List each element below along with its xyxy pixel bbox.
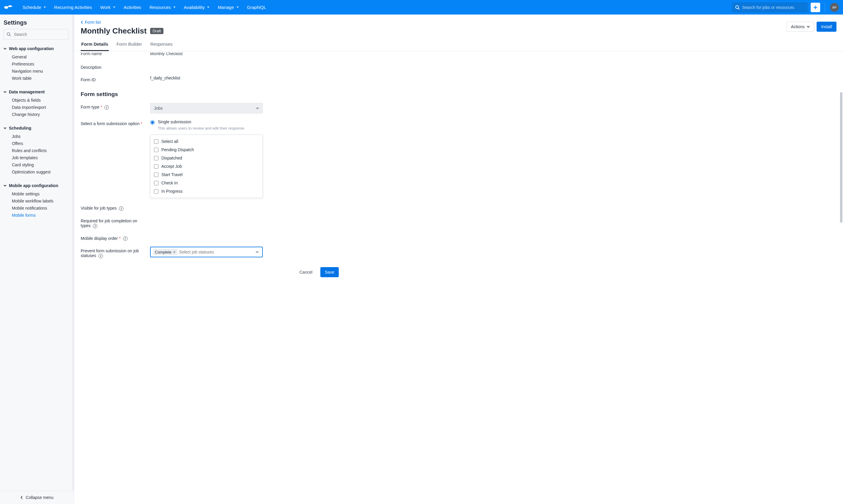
radio-input[interactable] [150, 120, 155, 125]
install-button[interactable]: Install [816, 22, 837, 32]
mobile-display-order-label: Mobile display order * i [81, 234, 144, 241]
checkbox-input[interactable] [154, 156, 158, 160]
settings-sidebar: Settings Web app configurationGeneralPre… [0, 15, 74, 504]
svg-line-3 [738, 8, 739, 10]
cancel-button[interactable]: Cancel [295, 267, 317, 277]
form-type-label: Form type * i [81, 103, 144, 110]
chevron-down-icon [43, 6, 46, 8]
info-icon[interactable]: i [104, 105, 109, 110]
checkbox-input[interactable] [154, 173, 158, 177]
prevent-submission-label: Prevent form submission on job statuses … [81, 247, 144, 258]
global-search[interactable] [732, 2, 808, 13]
form-settings-heading: Form settings [81, 85, 342, 100]
top-navigation: ScheduleRecurring ActivitiesWorkActiviti… [0, 0, 843, 15]
status-option-dispatched[interactable]: Dispatched [154, 154, 259, 162]
sidebar-item-mobile-notifications[interactable]: Mobile notifications [12, 204, 69, 212]
svg-point-1 [8, 5, 12, 7]
info-icon[interactable]: i [119, 206, 123, 211]
form-id-label: Form ID [81, 76, 144, 82]
status-option-accept-job[interactable]: Accept Job [154, 162, 259, 170]
global-search-input[interactable] [742, 5, 805, 10]
nav-item-resources[interactable]: Resources [145, 5, 180, 10]
nav-item-availability[interactable]: Availability [180, 5, 214, 10]
checkbox-input[interactable] [154, 189, 158, 194]
form-name-value: Monthly Checklist [150, 53, 183, 56]
sidebar-item-preferences[interactable]: Preferences [12, 60, 69, 68]
chevron-down-icon [3, 48, 6, 50]
sidebar-item-rules-and-conflicts[interactable]: Rules and conflicts [12, 147, 69, 154]
sidebar-item-optimization-suggest[interactable]: Optimization suggest [12, 168, 69, 176]
form-type-select[interactable]: Jobs [150, 103, 263, 113]
tab-form-builder[interactable]: Form Builder [116, 38, 143, 51]
nav-item-work[interactable]: Work [96, 5, 120, 10]
submission-help-text: This allows users to review and edit the… [158, 126, 263, 130]
sidebar-item-mobile-settings[interactable]: Mobile settings [12, 190, 69, 197]
sidebar-item-card-styling[interactable]: Card styling [12, 161, 69, 168]
chevron-down-icon [807, 26, 810, 28]
tab-form-details[interactable]: Form Details [81, 38, 109, 51]
page-title: Monthly Checklist [81, 26, 146, 36]
info-icon[interactable]: i [99, 254, 103, 258]
status-badge: Draft [150, 28, 163, 34]
sidebar-item-work-table[interactable]: Work table [12, 75, 69, 82]
sidebar-group-web-app-configuration[interactable]: Web app configuration [3, 45, 69, 52]
nav-item-recurring-activities[interactable]: Recurring Activities [50, 5, 96, 10]
checkbox-input[interactable] [154, 139, 158, 144]
sidebar-item-mobile-workflow-labels[interactable]: Mobile workflow labels [12, 197, 69, 204]
checkbox-input[interactable] [154, 181, 158, 185]
svg-point-6 [7, 33, 10, 35]
user-avatar[interactable]: AP [830, 3, 839, 12]
info-icon[interactable]: i [123, 236, 127, 241]
chevron-down-icon [256, 251, 259, 253]
single-submission-radio[interactable]: Single submission [150, 120, 263, 125]
nav-item-schedule[interactable]: Schedule [18, 5, 50, 10]
scrollbar-thumb[interactable] [840, 92, 842, 223]
sidebar-item-offers[interactable]: Offers [12, 140, 69, 147]
sidebar-item-navigation-menu[interactable]: Navigation menu [12, 68, 69, 75]
sidebar-group-scheduling[interactable]: Scheduling [3, 125, 69, 132]
back-to-form-list[interactable]: Form list [81, 20, 163, 24]
chevron-down-icon [236, 6, 239, 8]
sidebar-item-data-import/export[interactable]: Data import/export [12, 104, 69, 111]
info-icon[interactable]: i [93, 224, 97, 228]
nav-item-manage[interactable]: Manage [214, 5, 243, 10]
tab-responses[interactable]: Responses [150, 38, 173, 51]
nav-item-graphiql[interactable]: GraphiQL [243, 5, 270, 10]
sidebar-group-data-management[interactable]: Data management [3, 88, 69, 95]
divider [825, 3, 825, 12]
chevron-left-icon [20, 496, 23, 499]
sidebar-title: Settings [3, 19, 69, 29]
svg-point-2 [736, 6, 739, 8]
sidebar-item-general[interactable]: General [12, 53, 69, 60]
sidebar-item-objects-&-fields[interactable]: Objects & fields [12, 97, 69, 104]
checkbox-input[interactable] [154, 148, 158, 152]
status-option-check-in[interactable]: Check In [154, 179, 259, 187]
nav-item-activities[interactable]: Activities [120, 5, 145, 10]
status-option-select-all[interactable]: Select all [154, 137, 259, 146]
add-button[interactable] [811, 3, 820, 12]
sidebar-item-job-templates[interactable]: Job templates [12, 154, 69, 161]
sidebar-search[interactable] [3, 29, 69, 40]
checkbox-input[interactable] [154, 164, 158, 169]
chevron-down-icon [3, 91, 6, 93]
save-button[interactable]: Save [320, 267, 339, 277]
collapse-menu-button[interactable]: Collapse menu [0, 491, 74, 504]
description-label: Description [81, 63, 144, 70]
sidebar-search-input[interactable] [3, 29, 69, 40]
status-option-in-progress[interactable]: In Progress [154, 187, 259, 195]
job-status-dropdown: Select allPending DispatchDispatchedAcce… [150, 134, 263, 198]
multiselect-input[interactable] [179, 250, 260, 254]
actions-menu-button[interactable]: Actions [787, 22, 814, 32]
status-chip: Complete × [153, 249, 177, 255]
sidebar-item-mobile-forms[interactable]: Mobile forms [12, 212, 69, 219]
status-option-start-travel[interactable]: Start Travel [154, 170, 259, 179]
sidebar-item-change-history[interactable]: Change history [12, 111, 69, 118]
sidebar-group-mobile-app-configuration[interactable]: Mobile app configuration [3, 182, 69, 189]
vertical-scrollbar[interactable] [840, 69, 842, 234]
job-status-multiselect[interactable]: Complete × [150, 247, 263, 257]
status-option-pending-dispatch[interactable]: Pending Dispatch [154, 146, 259, 154]
chevron-down-icon [3, 185, 6, 186]
chevron-down-icon [173, 6, 176, 8]
sidebar-item-jobs[interactable]: Jobs [12, 133, 69, 140]
remove-chip-icon[interactable]: × [173, 250, 176, 254]
